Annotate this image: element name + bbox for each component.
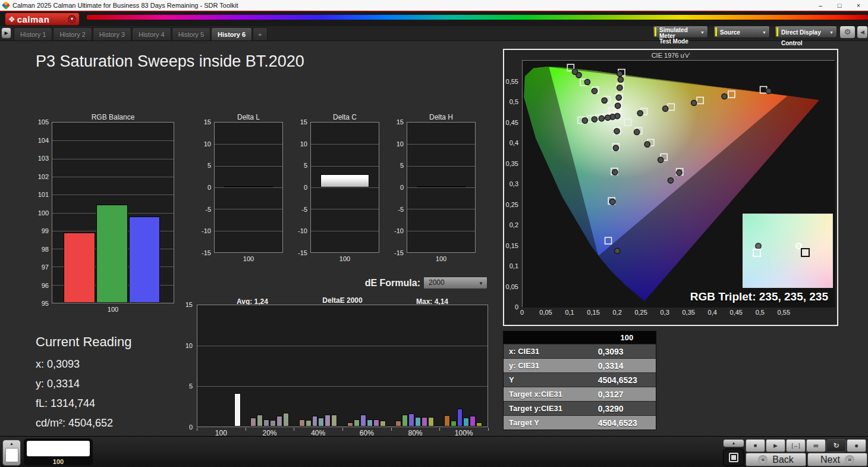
cie-x-tick-label: 0,05 [539, 309, 552, 316]
y-axis-tick-label: -15 [202, 249, 211, 256]
tab-history-4[interactable]: History 4 [132, 27, 171, 40]
measured-point [584, 79, 590, 84]
read-icon [729, 453, 738, 462]
current-patch-swatch [27, 441, 90, 456]
delta-l-x-label: 100 [214, 255, 283, 262]
y-axis-tick-label: 102 [38, 173, 49, 180]
cie-x-tick-label: 0 [520, 309, 524, 316]
tab-scroll-button[interactable]: ▶ [1, 27, 11, 39]
cie-x-tick-label: 0,3 [661, 309, 669, 316]
history-tabs: History 1History 2History 3History 4Hist… [14, 27, 268, 40]
maximize-button[interactable]: □ [830, 0, 849, 11]
cie-plot: RGB Triplet: 235, 235, 235 [522, 60, 835, 307]
gridline [311, 144, 379, 145]
bar [451, 421, 457, 427]
cie-y-tick-label: 0,05 [506, 283, 518, 290]
gridline [215, 166, 282, 167]
patch-up-button[interactable]: ▲ [2, 440, 21, 466]
back-button[interactable]: « Back [746, 453, 806, 466]
collapse-panel-button[interactable]: ◀ [857, 26, 868, 39]
chevrons-left-icon: « [758, 455, 768, 465]
de-formula-dropdown[interactable]: 2000 ▼ [423, 277, 488, 289]
bar [318, 418, 324, 427]
tab-add-button[interactable]: + [253, 27, 267, 40]
y-axis-tick-label: 5 [207, 162, 211, 169]
cie-x-tick-label: 0,45 [730, 309, 743, 316]
meter-dropdown[interactable]: Simulated MeterTest Mode ▼ [653, 26, 708, 38]
tab-history-2[interactable]: History 2 [53, 27, 92, 40]
calman-menu-button[interactable]: ❖ calman ▾ [5, 12, 80, 26]
table-row-label: y: CIE31 [504, 359, 598, 372]
source-dropdown[interactable]: Source ▼ [713, 26, 770, 38]
y-axis-tick-label: 103 [38, 155, 49, 162]
table-row-value: 0,3314 [598, 359, 656, 372]
y-axis-tick-label: 97 [42, 264, 49, 271]
table-row: x: CIE310,3093 [504, 344, 656, 358]
measured-point [637, 111, 643, 116]
page-title: P3 Saturation Sweeps inside BT.2020 [36, 52, 304, 71]
cie-y-tick-label: 0,25 [506, 201, 518, 208]
gridline [52, 195, 174, 195]
gridline [311, 231, 379, 231]
play-icon: ▶ [773, 443, 778, 449]
gridline [197, 346, 488, 346]
table-row-label: Y [504, 373, 598, 387]
cie-y-tick-label: 0,45 [506, 119, 518, 126]
minimize-button[interactable]: – [811, 0, 830, 11]
gridline [215, 187, 282, 188]
delta-c-plot [310, 122, 379, 253]
bar [257, 415, 263, 427]
bar [415, 417, 421, 427]
bar [263, 419, 269, 427]
measured-point [612, 170, 618, 175]
play-button[interactable]: ▶ [766, 439, 785, 452]
cie-x-tick-label: 0,5 [756, 309, 765, 316]
delta-l-plot [214, 122, 283, 253]
bar [373, 419, 379, 427]
measured-point [614, 128, 619, 134]
tab-history-1[interactable]: History 1 [14, 27, 52, 40]
continuous-icon: ∞ [813, 441, 819, 450]
delta-c-y-axis: 151050-5-10-15 [291, 122, 309, 253]
rgb-balance-title: RGB Balance [52, 113, 174, 121]
table-row-value: 0,3127 [598, 387, 656, 401]
measured-point [572, 69, 577, 74]
next-button[interactable]: Next » [807, 453, 867, 466]
tab-history-5[interactable]: History 5 [172, 27, 210, 40]
table-row: y: CIE310,3314 [504, 358, 656, 372]
continuous-button[interactable]: ∞ [806, 439, 826, 452]
display-control-dropdown[interactable]: Direct Display Control ▼ [775, 26, 837, 38]
settings-button[interactable]: ⚙ [839, 26, 856, 39]
refresh-button[interactable]: ↻ [826, 439, 846, 452]
window-titlebar: Calman 2025 Calman Ultimate for Business… [0, 0, 868, 11]
tab-history-3[interactable]: History 3 [93, 27, 131, 40]
range-button[interactable]: [↔] [786, 439, 806, 452]
table-row-label: Target x:CIE31 [504, 387, 598, 401]
source-dropdown-label: Source [720, 27, 761, 38]
calman-logo-text: calman [17, 14, 50, 24]
target-square-dark-icon [801, 248, 810, 257]
stop-icon: ■ [754, 443, 757, 449]
table-row: Target Y4504,6523 [504, 415, 656, 430]
current-reading-heading: Current Reading [36, 334, 131, 350]
display-control-label: Direct Display Control [781, 27, 828, 49]
current-patch-container[interactable]: 100 [24, 438, 93, 465]
transport-up-button[interactable]: ▲ [723, 439, 744, 447]
gridline [197, 386, 488, 387]
de-formula-label: dE Formula: [330, 278, 420, 289]
window-title: Calman 2025 Calman Ultimate for Business… [12, 2, 238, 9]
bar [129, 217, 161, 303]
back-button-label: Back [772, 455, 794, 465]
cie-x-tick-label: 0,2 [612, 309, 621, 316]
y-axis-tick-label: -5 [301, 206, 307, 213]
logo-dropdown-icon[interactable]: ▾ [68, 15, 76, 23]
y-axis-tick-label: -10 [202, 227, 211, 234]
stop-button[interactable]: ■ [746, 439, 765, 452]
table-row-value: 0,3093 [598, 344, 656, 358]
close-button[interactable]: × [849, 0, 868, 11]
cie-x-tick-label: 0,55 [778, 309, 790, 316]
record-button[interactable]: ● [847, 439, 866, 452]
target-square-icon [753, 249, 761, 257]
read-patch-button[interactable] [723, 449, 744, 466]
tab-history-6[interactable]: History 6 [211, 27, 252, 40]
